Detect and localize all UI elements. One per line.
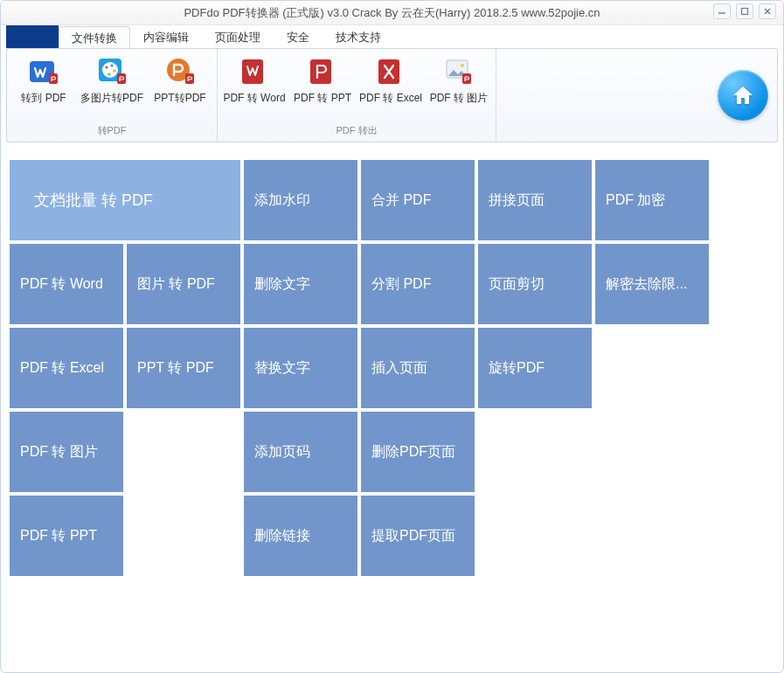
svg-point-16 xyxy=(461,64,464,67)
tile-del-pdf-page[interactable]: 删除PDF页面 xyxy=(361,412,475,492)
ribbon-label: PDF 转 PPT xyxy=(294,91,351,106)
group-label: 转PDF xyxy=(12,122,212,140)
tile-del-link[interactable]: 删除链接 xyxy=(244,496,357,576)
ribbon-multi-img-to-pdf[interactable]: 多图片转PDF xyxy=(80,52,143,106)
app-window: PDFdo PDF转换器 (正式版) v3.0 Crack By 云在天(Har… xyxy=(0,0,784,673)
window-controls xyxy=(713,3,776,19)
tile-pdf-to-ppt[interactable]: PDF 转 PPT xyxy=(10,496,123,576)
content-area: 文档批量 转 PDF 添加水印 合并 PDF 拼接页面 PDF 加密 PDF 转… xyxy=(1,142,783,672)
title-bar: PDFdo PDF转换器 (正式版) v3.0 Crack By 云在天(Har… xyxy=(1,1,783,25)
tile-extract-pdf-page[interactable]: 提取PDF页面 xyxy=(361,496,475,576)
tab-file-convert[interactable]: 文件转换 xyxy=(59,26,130,49)
ribbon-label: PDF 转 Word xyxy=(223,91,285,106)
ribbon-label: PDF 转 图片 xyxy=(430,91,489,106)
pdf-ppt-icon xyxy=(307,56,338,87)
svg-rect-9 xyxy=(117,73,126,84)
svg-rect-12 xyxy=(242,59,263,84)
tab-tech-support[interactable]: 技术支持 xyxy=(323,25,394,48)
svg-point-8 xyxy=(108,73,110,75)
tab-content-edit[interactable]: 内容编辑 xyxy=(130,25,202,48)
tile-pdf-to-image[interactable]: PDF 转 图片 xyxy=(10,412,123,492)
svg-rect-11 xyxy=(185,73,194,84)
ribbon-label: PPT转PDF xyxy=(154,91,205,106)
tile-del-text[interactable]: 删除文字 xyxy=(244,244,357,324)
tab-page-handle[interactable]: 页面处理 xyxy=(202,25,274,48)
svg-point-6 xyxy=(110,64,113,66)
tile-gap xyxy=(127,496,240,576)
tab-security[interactable]: 安全 xyxy=(274,25,323,48)
tile-add-pagenum[interactable]: 添加页码 xyxy=(244,412,357,492)
tile-join-pages[interactable]: 拼接页面 xyxy=(478,160,592,240)
ribbon-pdf-to-ppt[interactable]: PDF 转 PPT xyxy=(291,52,354,106)
tile-rotate-pdf[interactable]: 旋转PDF xyxy=(478,328,592,408)
svg-rect-0 xyxy=(742,9,748,15)
ribbon-pdf-to-excel[interactable]: PDF 转 Excel xyxy=(359,52,422,106)
tile-page-crop[interactable]: 页面剪切 xyxy=(478,244,592,324)
tile-ppt-to-pdf[interactable]: PPT 转 PDF xyxy=(127,328,240,408)
ribbon-tabs: 文件转换 内容编辑 页面处理 安全 技术支持 xyxy=(1,25,783,48)
svg-point-5 xyxy=(105,66,108,68)
svg-rect-2 xyxy=(49,73,58,84)
tile-pdf-to-excel[interactable]: PDF 转 Excel xyxy=(10,328,123,408)
pdf-image-icon xyxy=(443,56,475,87)
tile-img-to-pdf[interactable]: 图片 转 PDF xyxy=(127,244,240,324)
svg-point-4 xyxy=(102,62,118,78)
svg-point-7 xyxy=(113,69,115,72)
home-button[interactable] xyxy=(718,70,768,121)
word-icon xyxy=(28,56,59,87)
ribbon-group-pdf-out: PDF 转 Word PDF 转 PPT PDF 转 Excel PDF 转 图… xyxy=(218,49,496,142)
palette-icon xyxy=(96,56,128,87)
pdf-word-icon xyxy=(239,56,270,87)
home-icon xyxy=(730,82,756,108)
ribbon-label: 转到 PDF xyxy=(21,91,66,106)
tile-merge-pdf[interactable]: 合并 PDF xyxy=(361,160,475,240)
ribbon-label: PDF 转 Excel xyxy=(359,91,422,106)
ribbon-pdf-to-word[interactable]: PDF 转 Word xyxy=(223,52,286,106)
window-title: PDFdo PDF转换器 (正式版) v3.0 Crack By 云在天(Har… xyxy=(184,5,600,21)
tile-replace-text[interactable]: 替换文字 xyxy=(244,328,357,408)
ribbon-to-pdf[interactable]: 转到 PDF xyxy=(12,52,75,106)
ribbon-ppt-to-pdf[interactable]: PPT转PDF xyxy=(149,52,212,106)
ribbon-pdf-to-image[interactable]: PDF 转 图片 xyxy=(427,52,490,106)
ribbon-group-to-pdf: 转到 PDF 多图片转PDF PPT转PDF 转PDF xyxy=(7,49,218,142)
pdf-excel-icon xyxy=(375,56,406,87)
svg-rect-17 xyxy=(462,73,471,84)
tile-add-watermark[interactable]: 添加水印 xyxy=(244,160,357,240)
ribbon-panel: 转到 PDF 多图片转PDF PPT转PDF 转PDF PDF 转 Word xyxy=(6,48,778,142)
maximize-button[interactable] xyxy=(736,3,753,19)
tile-gap xyxy=(127,412,240,492)
tile-pdf-to-word[interactable]: PDF 转 Word xyxy=(10,244,123,324)
app-menu-tab[interactable] xyxy=(6,25,59,48)
tile-decrypt-remove[interactable]: 解密去除限... xyxy=(595,244,709,324)
tile-batch-to-pdf[interactable]: 文档批量 转 PDF xyxy=(10,160,240,240)
powerpoint-icon xyxy=(164,56,196,87)
tile-insert-page[interactable]: 插入页面 xyxy=(361,328,475,408)
ribbon-label: 多图片转PDF xyxy=(80,91,143,106)
close-button[interactable] xyxy=(759,3,776,19)
tile-pdf-encrypt[interactable]: PDF 加密 xyxy=(595,160,709,240)
minimize-button[interactable] xyxy=(713,3,731,19)
tile-split-pdf[interactable]: 分割 PDF xyxy=(361,244,475,324)
group-label: PDF 转出 xyxy=(223,122,490,140)
